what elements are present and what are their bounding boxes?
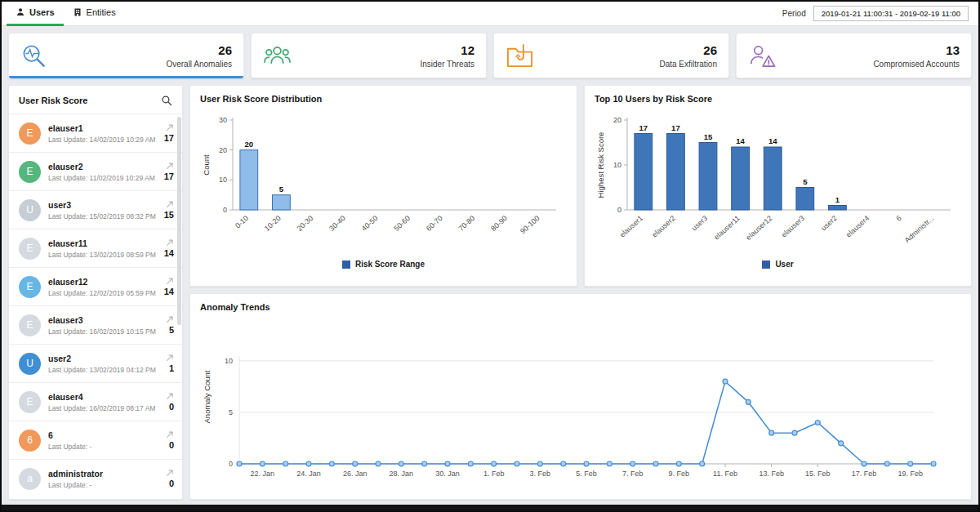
svg-text:17. Feb: 17. Feb [852,470,877,478]
top-users-chart[interactable]: 0102017elauser117elauser215user314elause… [595,105,959,259]
insider-threats-value: 12 [420,43,474,57]
user-name: user3 [48,200,156,210]
card-overall-anomalies[interactable]: 26 Overall Anomalies [8,33,244,78]
sidebar-header: User Risk Score [9,86,182,114]
user-risk-score: 5 [169,325,174,335]
user-name: user2 [48,354,156,363]
user-last-update: Last Update: 16/02/2019 08:17 AM [48,404,155,412]
legend-swatch [342,260,350,269]
svg-text:0: 0 [617,206,621,214]
card-compromised-accounts[interactable]: 13 Compromised Accounts [736,33,972,78]
risk-distribution-legend: Risk Score Range [200,260,567,269]
svg-text:70-80: 70-80 [457,214,477,233]
user-last-update: Last Update: - [48,443,91,451]
anomaly-trends-chart[interactable]: 051022. Jan24. Jan26. Jan28. Jan30. Jan1… [200,314,958,485]
svg-text:10-20: 10-20 [263,214,283,233]
svg-text:10: 10 [613,161,621,169]
risk-distribution-title: User Risk Score Distribution [200,94,567,104]
svg-text:14: 14 [768,136,777,145]
trend-arrow-icon [166,200,174,208]
top-users-title: Top 10 Users by Risk Score [595,94,961,104]
svg-text:0: 0 [223,206,227,214]
svg-text:5: 5 [279,185,284,194]
card-data-exfiltration[interactable]: 26 Data Exfiltration [493,33,729,78]
svg-text:9. Feb: 9. Feb [669,470,690,478]
search-icon[interactable] [161,95,172,106]
list-item-user[interactable]: U user3 Last Update: 15/02/2019 08:32 PM… [9,190,182,229]
svg-text:90-100: 90-100 [519,214,541,235]
svg-text:Anomaly Count: Anomaly Count [203,370,212,423]
tab-entities[interactable]: Entities [64,2,125,26]
svg-text:user2: user2 [819,214,838,232]
anomaly-trends-panel: Anomaly Trends 051022. Jan24. Jan26. Jan… [189,293,972,500]
insider-threats-label: Insider Threats [420,60,474,69]
avatar: U [19,199,41,221]
user-risk-score: 1 [169,363,174,373]
app-window: Users Entities Period 2019-01-21 11:00:3… [0,0,980,512]
avatar: E [19,276,41,298]
svg-text:80-90: 80-90 [489,214,509,233]
compromised-accounts-value: 13 [873,43,960,57]
card-insider-threats[interactable]: 12 Insider Threats [251,33,487,78]
trend-arrow-icon [166,123,174,131]
avatar: a [19,468,41,490]
user-risk-score-panel: User Risk Score E elauser1 Last Update: … [8,85,183,500]
svg-text:15: 15 [704,132,713,141]
list-item-user[interactable]: E elauser11 Last Update: 13/02/2019 08:5… [9,229,182,267]
user-risk-score: 17 [164,133,174,143]
overall-anomalies-label: Overall Anomalies [166,60,232,69]
trend-arrow-icon [166,277,174,285]
trend-arrow-icon [166,162,174,170]
user-icon [16,7,25,17]
svg-text:user3: user3 [690,214,709,232]
user-last-update: Last Update: 11/02/2019 10:29 AM [48,174,155,182]
trend-arrow-icon [166,392,174,400]
summary-cards-row: 26 Overall Anomalies 12 Insider Threats [2,26,978,85]
svg-text:17: 17 [671,123,680,132]
legend-label: User [775,260,793,269]
svg-text:1: 1 [835,195,840,204]
list-item-user[interactable]: 6 6 Last Update: - 0 [9,421,182,459]
svg-text:elauser4: elauser4 [844,214,871,239]
period-range-picker[interactable]: 2019-01-21 11:00:31 - 2019-02-19 11:00 [813,6,969,21]
user-risk-score: 0 [169,402,174,412]
svg-text:0-10: 0-10 [234,214,250,229]
list-item-user[interactable]: a administrator Last Update: - 0 [9,459,182,497]
compromised-accounts-label: Compromised Accounts [873,60,960,69]
sidebar-title: User Risk Score [19,96,87,105]
list-item-user[interactable]: E elauser3 Last Update: 16/02/2019 10:15… [9,305,182,344]
risk-distribution-chart[interactable]: 0102030200-10510-2020-3030-4040-5050-606… [200,105,564,259]
list-item-user[interactable]: E elauser1 Last Update: 14/02/2019 10:29… [9,114,182,152]
svg-text:5: 5 [229,408,233,416]
list-item-user[interactable]: E elauser2 Last Update: 11/02/2019 10:29… [9,152,182,190]
tab-users[interactable]: Users [7,2,64,26]
user-last-update: Last Update: 13/02/2019 08:59 PM [48,251,156,259]
list-item-user[interactable]: U user2 Last Update: 13/02/2019 04:12 PM… [9,344,182,382]
svg-text:50-60: 50-60 [392,214,412,233]
compromised-account-warning-icon [748,42,779,69]
svg-text:26. Jan: 26. Jan [343,470,368,478]
period-label: Period [782,9,806,18]
svg-text:10: 10 [219,176,227,184]
svg-text:7. Feb: 7. Feb [622,470,644,478]
svg-text:11. Feb: 11. Feb [713,470,737,478]
scrollbar-thumb[interactable] [177,117,181,325]
data-exfiltration-value: 26 [659,43,717,57]
list-item-user[interactable]: E elauser4 Last Update: 16/02/2019 08:17… [9,382,182,421]
svg-text:10: 10 [225,357,233,365]
user-last-update: Last Update: 12/02/2019 05:59 PM [48,289,156,297]
svg-text:20: 20 [219,146,227,154]
svg-text:30. Jan: 30. Jan [435,470,460,478]
svg-text:30: 30 [219,116,227,124]
user-last-update: Last Update: - [48,481,103,489]
svg-text:19. Feb: 19. Feb [898,470,923,478]
trend-arrow-icon [166,469,174,477]
list-item-user[interactable]: E elauser12 Last Update: 12/02/2019 05:5… [9,267,182,305]
svg-text:Administr...: Administr... [903,214,936,244]
user-risk-score: 17 [164,171,174,181]
period-control: Period 2019-01-21 11:00:31 - 2019-02-19 … [782,6,969,21]
anomaly-trends-title: Anomaly Trends [200,302,961,312]
user-name: elauser1 [48,123,155,133]
user-risk-score: 15 [164,210,174,220]
svg-text:40-50: 40-50 [360,214,380,233]
